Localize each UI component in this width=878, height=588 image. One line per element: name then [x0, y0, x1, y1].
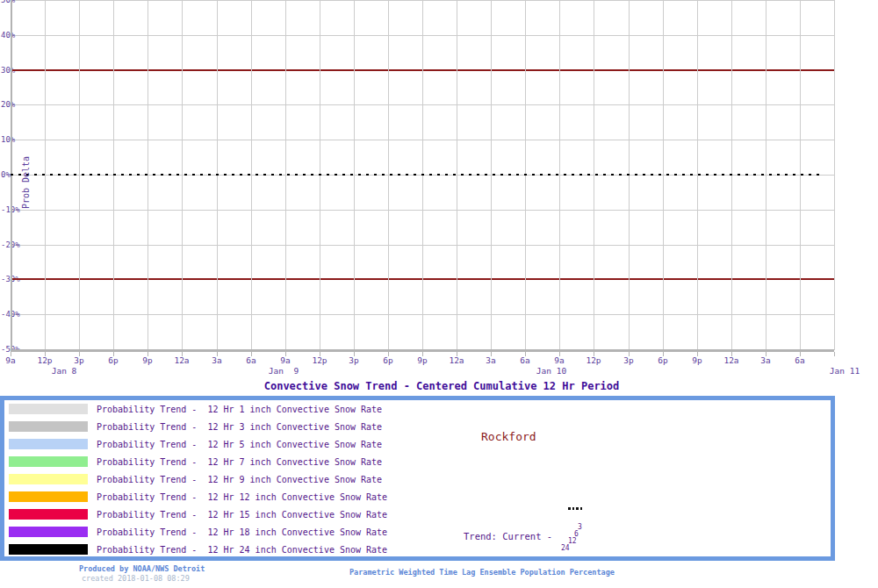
legend-label: Probability Trend - 12 Hr 7 inch Convect… — [97, 457, 382, 467]
legend-label: Probability Trend - 12 Hr 12 inch Convec… — [97, 492, 387, 502]
x-tick-label: 12a — [449, 355, 464, 365]
trend-marker-24hr: 24 — [561, 545, 570, 552]
legend-label: Probability Trend - 12 Hr 3 inch Convect… — [97, 422, 382, 432]
x-tick-label: 6p — [383, 355, 392, 365]
legend-swatch — [9, 439, 88, 449]
legend-swatch — [9, 456, 88, 467]
legend-label: Probability Trend - 12 Hr 1 inch Convect… — [97, 405, 382, 414]
x-tick-label: 12p — [586, 355, 601, 365]
y-axis-title-label: Prob Delta — [21, 156, 31, 209]
x-tick-label: 6p — [108, 355, 118, 365]
trend-current-label: Trend: Current - — [464, 531, 552, 541]
legend-label: Probability Trend - 12 Hr 9 inch Convect… — [97, 475, 382, 484]
x-tick-label: 12a — [174, 355, 189, 365]
x-tick-label: 9p — [417, 355, 427, 365]
y-tick-label: 50% — [1, 0, 15, 4]
y-tick-label: 40% — [1, 31, 15, 39]
x-tick-label: 3p — [349, 355, 358, 365]
meteogram-page: 50%40%30%20%10%0%-10%-20%-30%-40%-50% Pr… — [0, 0, 878, 588]
legend-label: Probability Trend - 12 Hr 24 inch Convec… — [97, 545, 387, 555]
x-date-label: Jan 9 — [269, 366, 299, 376]
x-tick-label: 6a — [246, 355, 255, 365]
chart-area: 50%40%30%20%10%0%-10%-20%-30%-40%-50% Pr… — [0, 0, 878, 395]
x-date-label: Jan 11 — [830, 366, 860, 376]
legend-label: Probability Trend - 12 Hr 15 inch Convec… — [97, 510, 387, 520]
x-tick-label: 3p — [74, 355, 83, 365]
x-tick-label: 9a — [5, 355, 15, 365]
gridline-vertical — [834, 0, 835, 350]
trend-dot — [572, 507, 575, 510]
legend-swatch — [9, 474, 88, 484]
x-tick-label: 9p — [692, 355, 702, 365]
x-tick-label: 3a — [486, 355, 495, 365]
legend-swatch — [9, 509, 88, 520]
x-tick-label: 6a — [520, 355, 529, 365]
legend-label: Probability Trend - 12 Hr 18 inch Convec… — [97, 527, 387, 537]
legend-swatch — [9, 527, 88, 537]
x-tick-label: 9a — [554, 355, 564, 365]
x-tick-label: 3a — [760, 355, 770, 365]
trend-dot — [580, 507, 583, 510]
x-tick-label: 6p — [658, 355, 667, 365]
x-tick-label: 9p — [142, 355, 152, 365]
footer-method-description: Parametric Weighted Time Lag Ensemble Po… — [349, 568, 615, 577]
footer-created-timestamp: created 2018-01-08 08:29 — [82, 574, 190, 583]
legend-swatch — [9, 404, 88, 414]
footer-produced-by: Produced by NOAA/NWS Detroit — [79, 564, 205, 573]
y-tick-label: 20% — [1, 100, 15, 109]
legend-swatch — [9, 421, 88, 432]
chart-title: Convective Snow Trend - Centered Cumulat… — [264, 380, 620, 392]
x-tick-label: 12p — [37, 355, 52, 365]
x-tick-label: 3a — [212, 355, 221, 365]
legend-label: Probability Trend - 12 Hr 5 inch Convect… — [97, 440, 382, 449]
x-date-label: Jan 10 — [536, 366, 566, 376]
x-tick-label: 12p — [312, 355, 327, 365]
legend-swatch — [9, 491, 88, 502]
y-tick-label: 10% — [1, 135, 15, 144]
x-tick-label: 9a — [280, 355, 290, 365]
x-tick-label: 12a — [723, 355, 738, 365]
trend-dot — [576, 507, 579, 510]
y-tick-label: 0% — [1, 170, 11, 179]
legend-box: Probability Trend - 12 Hr 1 inch Convect… — [0, 396, 835, 561]
x-tick-label: 3p — [623, 355, 633, 365]
x-date-label: Jan 8 — [52, 366, 77, 376]
legend-swatch — [9, 544, 88, 555]
zero-percent-dotted-line — [11, 174, 823, 176]
x-tick-label: 6a — [795, 355, 804, 365]
trend-dot — [568, 507, 571, 510]
x-tick-mark — [834, 352, 835, 356]
location-label: Rockford — [481, 430, 536, 443]
